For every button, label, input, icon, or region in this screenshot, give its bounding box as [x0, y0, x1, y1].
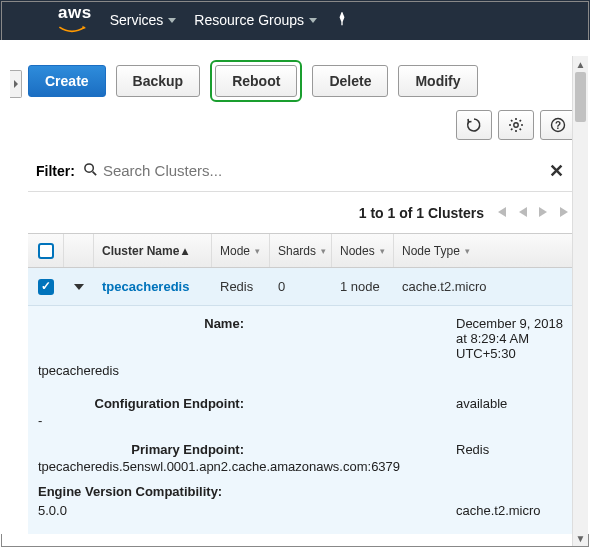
modify-button[interactable]: Modify [398, 65, 477, 97]
detail-engine-compat-value: 5.0.0 [38, 503, 67, 518]
backup-button[interactable]: Backup [116, 65, 201, 97]
scroll-down-icon[interactable]: ▼ [573, 530, 588, 546]
nav-services[interactable]: Services [110, 12, 177, 28]
search-input[interactable] [81, 160, 568, 181]
detail-node-type: cache.t2.micro [456, 503, 566, 518]
chevron-down-icon [309, 18, 317, 23]
detail-panel: Name: December 9, 2018 at 8:29:4 AM UTC+… [28, 306, 576, 534]
scroll-up-icon[interactable]: ▲ [573, 56, 588, 72]
reboot-button[interactable]: Reboot [215, 65, 297, 97]
refresh-button[interactable] [456, 110, 492, 140]
col-cluster-name[interactable]: Cluster Name [94, 234, 212, 267]
col-mode[interactable]: Mode [212, 234, 270, 267]
col-shards[interactable]: Shards [270, 234, 332, 267]
svg-line-4 [92, 171, 96, 175]
nav-resource-groups[interactable]: Resource Groups [194, 12, 317, 28]
svg-text:?: ? [555, 120, 561, 131]
main-content: Create Backup Reboot Delete Modify ? Fil… [0, 40, 590, 534]
detail-primary-ep-label: Primary Endpoint: [38, 442, 248, 457]
page-next-icon[interactable] [538, 204, 548, 221]
checkbox-icon[interactable] [38, 243, 54, 259]
filter-row: Filter: ✕ [28, 154, 576, 192]
settings-button[interactable] [498, 110, 534, 140]
gear-icon [508, 117, 524, 133]
detail-config-ep-value: - [38, 413, 42, 428]
detail-name-value: tpecacheredis [38, 363, 119, 378]
chevron-down-icon [74, 284, 84, 290]
nav-resource-groups-label: Resource Groups [194, 12, 304, 28]
clusters-table: Cluster Name Mode Shards Nodes Node Type… [28, 234, 576, 534]
row-mode: Redis [212, 268, 270, 305]
svg-point-3 [85, 163, 93, 171]
row-shards: 0 [270, 268, 332, 305]
page-prev-icon[interactable] [518, 204, 528, 221]
detail-created: December 9, 2018 at 8:29:4 AM UTC+5:30 [456, 316, 566, 361]
help-button[interactable]: ? [540, 110, 576, 140]
expand-header [64, 234, 94, 267]
vertical-scrollbar[interactable]: ▲ ▼ [572, 56, 588, 546]
chevron-down-icon [168, 18, 176, 23]
nav-services-label: Services [110, 12, 164, 28]
page-first-icon[interactable] [494, 204, 508, 221]
icon-toolbar: ? [28, 110, 576, 140]
aws-logo-text: aws [58, 3, 92, 23]
detail-engine: Redis [456, 442, 566, 457]
filter-input-wrap: ✕ [81, 160, 568, 181]
row-checkbox-cell[interactable] [28, 268, 64, 305]
pagination-controls [494, 204, 572, 221]
scroll-thumb[interactable] [575, 72, 586, 122]
col-node-type[interactable]: Node Type [394, 234, 576, 267]
svg-point-0 [514, 123, 518, 127]
page-last-icon[interactable] [558, 204, 572, 221]
col-nodes[interactable]: Nodes [332, 234, 394, 267]
table-row[interactable]: tpecacheredis Redis 0 1 node cache.t2.mi… [28, 268, 576, 306]
refresh-icon [466, 117, 482, 133]
checkbox-icon[interactable] [38, 279, 54, 295]
row-expand-toggle[interactable] [64, 268, 94, 305]
sidebar-expand-tab[interactable] [10, 70, 22, 98]
help-icon: ? [550, 117, 566, 133]
detail-primary-ep-value: tpecacheredis.5enswl.0001.apn2.cache.ama… [38, 459, 400, 474]
create-button[interactable]: Create [28, 65, 106, 97]
cluster-name-link[interactable]: tpecacheredis [102, 279, 189, 294]
detail-engine-compat-label: Engine Version Compatibility: [38, 484, 226, 499]
pagination-text: 1 to 1 of 1 Clusters [359, 205, 484, 221]
detail-status: available [456, 396, 566, 411]
aws-smile-icon [58, 25, 86, 35]
pin-icon[interactable] [335, 12, 349, 29]
select-all-header[interactable] [28, 234, 64, 267]
row-nodes: 1 node [332, 268, 394, 305]
search-icon [83, 162, 98, 180]
table-header: Cluster Name Mode Shards Nodes Node Type [28, 234, 576, 268]
detail-name-label: Name: [38, 316, 248, 331]
row-node-type: cache.t2.micro [394, 268, 576, 305]
top-navbar: aws Services Resource Groups [0, 0, 590, 40]
aws-logo[interactable]: aws [10, 3, 92, 38]
row-cluster-name[interactable]: tpecacheredis [94, 268, 212, 305]
detail-config-ep-label: Configuration Endpoint: [38, 396, 248, 411]
clear-filter-icon[interactable]: ✕ [549, 160, 564, 182]
filter-label: Filter: [36, 163, 75, 179]
action-toolbar: Create Backup Reboot Delete Modify [28, 60, 576, 102]
delete-button[interactable]: Delete [312, 65, 388, 97]
reboot-highlight: Reboot [210, 60, 302, 102]
pagination-row: 1 to 1 of 1 Clusters [28, 192, 576, 234]
